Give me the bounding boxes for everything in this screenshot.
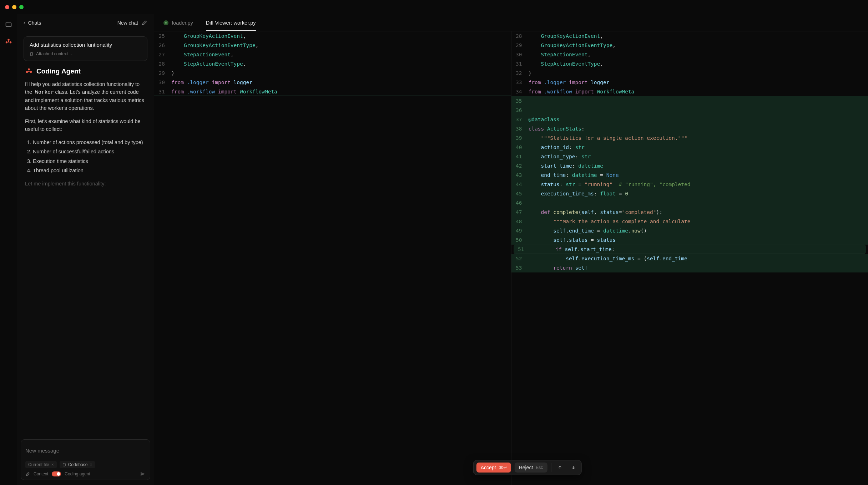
- code-line[interactable]: 31from .workflow import WorkflowMeta: [154, 87, 511, 96]
- line-number: 52: [511, 256, 527, 261]
- code-line[interactable]: 40 action_id: str: [511, 143, 868, 152]
- code-line[interactable]: 50 self.status = status: [511, 235, 868, 245]
- code-line[interactable]: 52 self.execution_time_ms = (self.end_ti…: [511, 254, 868, 263]
- code-content: ): [527, 70, 532, 76]
- code-content: from .workflow import WorkflowMeta: [527, 89, 635, 95]
- assistant-icon[interactable]: [5, 38, 12, 46]
- line-number: 45: [511, 191, 527, 196]
- code-content: end_time: datetime = None: [527, 172, 619, 178]
- code-line[interactable]: 30 StepActionEvent,: [511, 50, 868, 59]
- code-line[interactable]: 42 start_time: datetime: [511, 161, 868, 170]
- line-number: 34: [511, 89, 527, 95]
- line-number: 30: [154, 80, 170, 85]
- back-to-chats-button[interactable]: ‹ Chats: [24, 20, 41, 26]
- line-number: 35: [511, 98, 527, 104]
- code-content: GroupKeyActionEventType,: [527, 42, 616, 48]
- code-line[interactable]: 51 if self.start_time:: [514, 245, 866, 254]
- message-input[interactable]: [25, 443, 146, 458]
- code-line[interactable]: 25 GroupKeyActionEvent,: [154, 31, 511, 41]
- context-chip-codebase[interactable]: Codebase ×: [60, 461, 95, 468]
- code-line[interactable]: 43 end_time: datetime = None: [511, 170, 868, 180]
- editor-tabs: ●loader.pyDiff Viewer: worker.py: [154, 14, 868, 31]
- tab-label: Diff Viewer: worker.py: [206, 20, 256, 26]
- svg-point-7: [26, 71, 28, 73]
- attached-context-toggle[interactable]: Attached context ⌄: [30, 51, 141, 56]
- window-minimize-button[interactable]: [12, 5, 16, 9]
- code-line[interactable]: 49 self.end_time = datetime.now(): [511, 226, 868, 235]
- diff-pane-modified: 28 GroupKeyActionEvent,29 GroupKeyAction…: [511, 31, 868, 485]
- attached-context-label: Attached context: [36, 51, 68, 56]
- code-line[interactable]: 28 GroupKeyActionEvent,: [511, 31, 868, 41]
- code-line[interactable]: 47 def complete(self, status="completed"…: [511, 208, 868, 217]
- line-number: 41: [511, 154, 527, 159]
- titlebar: [0, 0, 868, 14]
- code-line[interactable]: 32): [511, 68, 868, 78]
- code-line[interactable]: 28 StepActionEventType,: [154, 59, 511, 68]
- code-line[interactable]: 41 action_type: str: [511, 152, 868, 161]
- code-line[interactable]: 30from .logger import logger: [154, 78, 511, 87]
- send-icon[interactable]: [140, 471, 146, 477]
- prev-change-button[interactable]: [555, 463, 565, 473]
- code-line[interactable]: 29): [154, 68, 511, 78]
- code-content: status: str = "running" # "running", "co…: [527, 182, 691, 187]
- line-number: 42: [511, 163, 527, 169]
- line-number: 39: [511, 135, 527, 141]
- tab[interactable]: ●loader.py: [157, 14, 200, 31]
- code-line[interactable]: 44 status: str = "running" # "running", …: [511, 180, 868, 189]
- code-line[interactable]: 45 execution_time_ms: float = 0: [511, 189, 868, 198]
- reject-button[interactable]: Reject Esc: [515, 463, 547, 473]
- code-content: execution_time_ms: float = 0: [527, 191, 628, 196]
- line-number: 43: [511, 172, 527, 178]
- code-content: ): [170, 70, 175, 76]
- paperclip-icon[interactable]: [25, 472, 30, 476]
- new-chat-button[interactable]: New chat: [117, 20, 147, 26]
- line-number: 28: [511, 33, 527, 39]
- code-line[interactable]: 53 return self: [511, 263, 868, 272]
- close-icon[interactable]: ×: [90, 462, 92, 467]
- line-number: 29: [511, 42, 527, 48]
- line-number: 31: [511, 61, 527, 67]
- svg-point-0: [7, 39, 10, 41]
- code-content: StepActionEvent,: [527, 52, 591, 57]
- new-chat-label: New chat: [117, 20, 138, 26]
- agent-bullet: Number of actions processed (total and b…: [33, 138, 146, 146]
- code-content: GroupKeyActionEventType,: [170, 42, 258, 48]
- code-content: return self: [527, 265, 588, 271]
- code-content: if self.start_time:: [529, 246, 615, 252]
- next-change-button[interactable]: [568, 463, 578, 473]
- diff-action-bar: Accept ⌘↩ Reject Esc: [473, 460, 582, 475]
- accept-shortcut: ⌘↩: [499, 465, 507, 470]
- close-icon[interactable]: ×: [51, 462, 54, 467]
- code-line[interactable]: 38class ActionStats:: [511, 124, 868, 133]
- code-line[interactable]: 46: [511, 198, 868, 208]
- tab-active[interactable]: Diff Viewer: worker.py: [200, 14, 262, 31]
- code-line[interactable]: 27 StepActionEvent,: [154, 50, 511, 59]
- code-line[interactable]: 31 StepActionEventType,: [511, 59, 868, 68]
- message-composer: Current file × Codebase ×: [21, 439, 150, 480]
- code-line[interactable]: 29 GroupKeyActionEventType,: [511, 41, 868, 50]
- code-line[interactable]: 34from .workflow import WorkflowMeta: [511, 87, 868, 96]
- window-close-button[interactable]: [5, 5, 9, 9]
- code-line[interactable]: 33from .logger import logger: [511, 78, 868, 87]
- svg-point-8: [30, 71, 32, 73]
- agent-bullet: Thread pool utilization: [33, 167, 146, 174]
- context-chip-current-file[interactable]: Current file ×: [25, 461, 57, 468]
- coding-agent-toggle[interactable]: [52, 471, 61, 476]
- accept-button[interactable]: Accept ⌘↩: [476, 463, 511, 473]
- database-icon: [62, 463, 66, 466]
- code-line[interactable]: 26 GroupKeyActionEventType,: [154, 41, 511, 50]
- window-maximize-button[interactable]: [19, 5, 24, 9]
- conversation-card[interactable]: Add statistics collection funtionality A…: [24, 36, 147, 61]
- code-line[interactable]: 37@dataclass: [511, 115, 868, 124]
- divider: [551, 463, 551, 472]
- code-line[interactable]: 35: [511, 96, 868, 106]
- folder-icon[interactable]: [5, 21, 12, 29]
- code-line[interactable]: 48 """Mark the action as complete and ca…: [511, 217, 868, 226]
- code-content: GroupKeyActionEvent,: [527, 33, 604, 39]
- code-content: @dataclass: [527, 117, 560, 122]
- context-label[interactable]: Context: [34, 471, 48, 476]
- reject-label: Reject: [519, 465, 533, 470]
- code-line[interactable]: 39 """Statistics for a single action exe…: [511, 133, 868, 143]
- agent-title: Coding Agent: [36, 67, 81, 75]
- code-line[interactable]: 36: [511, 106, 868, 115]
